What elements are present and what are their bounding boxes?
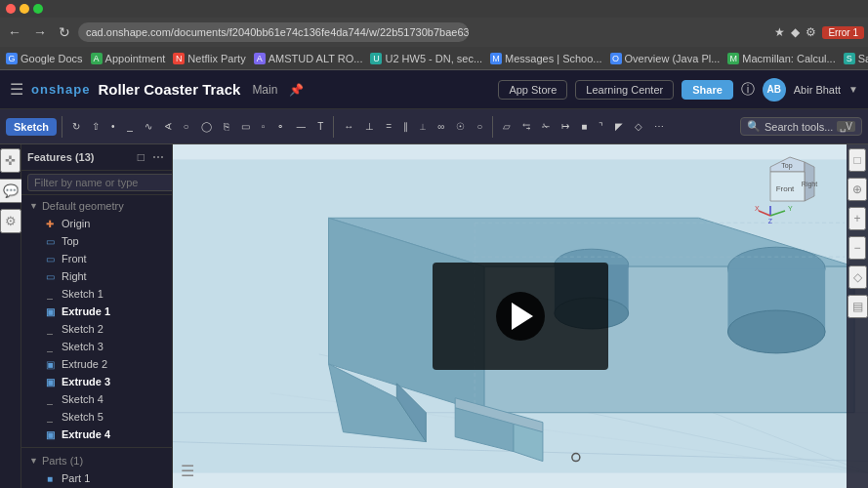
browser-close-btn[interactable] <box>6 4 16 14</box>
address-bar[interactable]: cad.onshape.com/documents/f2040bb61e74c1… <box>78 22 469 42</box>
sidebar-item-origin[interactable]: ✚ Origin <box>21 215 172 232</box>
sidebar-item-front[interactable]: ▭ Front <box>21 250 172 267</box>
search-tools-container[interactable]: 🔍 Search tools... ␣V <box>740 117 862 136</box>
bookmark-icon-msg: M <box>490 53 502 64</box>
tool-midpoint[interactable]: ○ <box>472 118 487 135</box>
sidebar-item-extrude1[interactable]: ▣ Extrude 1 <box>21 303 172 320</box>
tool-fillet[interactable]: ⌝ <box>594 118 608 135</box>
tool-3pt-circle[interactable]: ◯ <box>196 118 217 135</box>
bookmark-overview[interactable]: O Overview (Java Pl... <box>610 53 721 64</box>
tool-project[interactable]: ◇ <box>630 118 647 135</box>
video-overlay[interactable] <box>433 263 608 370</box>
sidebar-toolbar: Features (13) □ ⋯ <box>21 144 172 171</box>
bookmark-messages[interactable]: M Messages | Schoo... <box>490 53 601 64</box>
sidebar-item-sketch4[interactable]: ⎯ Sketch 4 <box>21 390 172 408</box>
avatar[interactable]: AB <box>763 78 786 102</box>
hamburger-menu-icon[interactable]: ☰ <box>10 80 23 99</box>
tool-text[interactable]: T <box>312 118 328 135</box>
tool-rect[interactable]: ▭ <box>236 118 255 135</box>
left-tool-history[interactable]: ⚙ <box>0 209 21 233</box>
bookmark-macmillan[interactable]: M Macmillan: Calcul... <box>727 53 835 64</box>
tool-slot[interactable]: ▫ <box>257 118 270 135</box>
sidebar-item-extrude4[interactable]: ▣ Extrude 4 <box>21 426 172 443</box>
learning-center-button[interactable]: Learning Center <box>575 80 674 100</box>
user-dropdown-icon[interactable]: ▼ <box>848 84 858 95</box>
forward-button[interactable]: → <box>29 22 51 42</box>
sketch-button[interactable]: Sketch <box>6 118 57 136</box>
share-button[interactable]: Share <box>682 80 733 100</box>
tool-line[interactable]: ⎯ <box>122 118 138 135</box>
tool-dimension[interactable]: ↔ <box>339 118 358 135</box>
zoom-out-btn[interactable]: − <box>848 236 865 260</box>
tab-label[interactable]: Main <box>252 83 277 97</box>
tool-more[interactable]: ⋯ <box>649 118 669 135</box>
play-button[interactable] <box>496 292 545 341</box>
origin-icon: ✚ <box>43 217 57 230</box>
tool-cursor[interactable]: ↻ <box>67 118 85 135</box>
extrude-icon: ▣ <box>43 375 57 388</box>
sidebar-item-sketch5[interactable]: ⎯ Sketch 5 <box>21 408 172 426</box>
sidebar-item-part1[interactable]: ■ Part 1 <box>21 469 172 487</box>
sidebar-item-top[interactable]: ▭ Top <box>21 232 172 250</box>
tool-offset[interactable]: ■ <box>576 118 592 135</box>
bookmark-sapling[interactable]: S Sapling Learning (... <box>844 53 868 64</box>
browser-minimize-btn[interactable] <box>20 4 29 14</box>
tool-extend[interactable]: ↦ <box>557 118 574 135</box>
tool-polygon[interactable]: ⎘ <box>219 118 234 135</box>
pin-icon[interactable]: 📌 <box>289 83 304 97</box>
tool-mirror[interactable]: ▱ <box>498 118 516 135</box>
sidebar-settings-btn[interactable]: ⋯ <box>150 148 166 166</box>
bookmark-icon[interactable]: ★ <box>774 25 785 39</box>
tool-parallel[interactable]: ∥ <box>398 118 413 135</box>
tool-constrain[interactable]: ⊥ <box>360 118 379 135</box>
sidebar-section-default-geometry[interactable]: ▼ Default geometry <box>21 197 172 215</box>
tool-circle[interactable]: ○ <box>179 118 194 135</box>
tool-select[interactable]: ⇧ <box>87 118 104 135</box>
left-tool-comment[interactable]: 💬 <box>0 179 23 203</box>
viewport[interactable]: Front Right Top Z Y X ☰ □ ⊕ + <box>173 144 868 488</box>
sidebar-section-parts[interactable]: ▼ Parts (1) <box>21 452 172 469</box>
tool-tangent[interactable]: ∞ <box>433 118 449 135</box>
section-view-btn[interactable]: ▤ <box>847 295 868 318</box>
sidebar-item-sketch3[interactable]: ⎯ Sketch 3 <box>21 338 172 355</box>
view-mode-btn[interactable]: ◇ <box>848 265 867 289</box>
bookmark-u2hw5[interactable]: U U2 HW5 - DN, sec... <box>370 53 482 64</box>
bookmark-appointment[interactable]: A Appointment <box>91 53 166 64</box>
tool-point[interactable]: • <box>106 118 120 135</box>
tool-perp[interactable]: ⟂ <box>415 118 431 135</box>
view-cube[interactable]: Front Right Top Z Y X <box>751 152 819 221</box>
tool-equal[interactable]: = <box>381 118 396 135</box>
tool-ellipse[interactable]: ⚬ <box>271 118 289 135</box>
error-badge[interactable]: Error 1 <box>822 26 864 39</box>
zoom-fit-btn[interactable]: ⊕ <box>847 178 867 201</box>
tool-chamfer[interactable]: ◤ <box>610 118 628 135</box>
sidebar-item-extrude2[interactable]: ▣ Extrude 2 <box>21 355 172 373</box>
sidebar-parts-section: ▼ Parts (1) ■ Part 1 <box>21 447 172 487</box>
browser-maximize-btn[interactable] <box>33 4 43 14</box>
tool-coincident[interactable]: ☉ <box>451 118 470 135</box>
sidebar-item-sketch2[interactable]: ⎯ Sketch 2 <box>21 320 172 338</box>
tool-trim[interactable]: ✁ <box>537 118 555 135</box>
bookmark-netflix[interactable]: N Netflix Party <box>173 53 245 64</box>
tool-3pt-arc[interactable]: ∢ <box>159 118 177 135</box>
bookmark-amstud[interactable]: A AMSTUD ALT RO... <box>254 53 363 64</box>
zoom-in-btn[interactable]: + <box>848 207 865 230</box>
sidebar-expand-btn[interactable]: □ <box>136 148 146 166</box>
list-icon[interactable]: ☰ <box>181 462 194 480</box>
sidebar-filter-input[interactable] <box>27 174 173 191</box>
extension-icon[interactable]: ◆ <box>791 25 800 39</box>
back-button[interactable]: ← <box>4 22 25 42</box>
tool-linear-pattern[interactable]: ⥃ <box>517 118 535 135</box>
left-tool-cursor[interactable]: ✜ <box>0 148 21 173</box>
sidebar-item-extrude3[interactable]: ▣ Extrude 3 <box>21 373 172 390</box>
refresh-button[interactable]: ↻ <box>55 22 74 42</box>
view-front-btn[interactable]: □ <box>848 148 865 172</box>
app-store-button[interactable]: App Store <box>498 80 567 100</box>
bookmark-google-docs[interactable]: G Google Docs <box>6 53 83 64</box>
sidebar-item-right[interactable]: ▭ Right <box>21 267 172 285</box>
settings-icon[interactable]: ⚙ <box>806 25 816 39</box>
sidebar-item-sketch1[interactable]: ⎯ Sketch 1 <box>21 285 172 303</box>
help-icon[interactable]: ⓘ <box>741 81 755 99</box>
tool-spline[interactable]: ⸻ <box>291 118 310 135</box>
tool-tangent-arc[interactable]: ∿ <box>140 118 157 135</box>
